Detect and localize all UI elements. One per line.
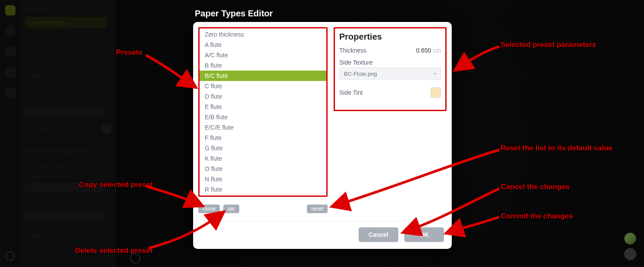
properties-column: Properties Thickness 0.650cm Side Textur…: [334, 27, 447, 213]
preset-item[interactable]: E flute: [200, 102, 326, 112]
chevron-down-icon: ▾: [434, 71, 436, 76]
preset-item[interactable]: C flute: [200, 81, 326, 91]
preset-item[interactable]: B flute: [200, 60, 326, 71]
loading-icon: [130, 253, 141, 264]
side-texture-value: BC-Flute.png: [344, 71, 377, 77]
properties-title: Properties: [339, 32, 441, 42]
preset-item[interactable]: Zero thickness: [200, 29, 326, 40]
ok-button[interactable]: OK: [404, 227, 444, 242]
preset-item[interactable]: E/C/E flute: [200, 122, 326, 133]
thickness-label: Thickness: [339, 47, 366, 54]
dialog-body: Zero thicknessA fluteA/C fluteB fluteB/C…: [193, 22, 452, 249]
side-texture-label: Side Texture: [339, 59, 373, 66]
presets-list[interactable]: Zero thicknessA fluteA/C fluteB fluteB/C…: [198, 27, 328, 197]
preset-item[interactable]: R flute: [200, 184, 326, 195]
preset-item[interactable]: B/C flute: [200, 71, 326, 81]
side-tint-label: Side Tint: [339, 89, 363, 96]
thickness-value[interactable]: 0.650cm: [416, 47, 441, 54]
floating-action-2: [624, 248, 636, 260]
preset-item[interactable]: A/C flute: [200, 50, 326, 60]
preset-item[interactable]: K flute: [200, 153, 326, 164]
preset-item[interactable]: N flute: [200, 174, 326, 184]
dialog-title: Paper Types Editor: [195, 9, 452, 19]
delete-button[interactable]: del: [223, 205, 239, 213]
preset-item[interactable]: D flute: [200, 91, 326, 102]
side-tint-swatch[interactable]: [431, 87, 441, 98]
floating-action-1: [624, 233, 636, 245]
cancel-button[interactable]: Cancel: [359, 227, 398, 242]
preset-item[interactable]: G flute: [200, 143, 326, 153]
preset-item[interactable]: F flute: [200, 133, 326, 143]
properties-box: Properties Thickness 0.650cm Side Textur…: [334, 27, 447, 111]
preset-item[interactable]: E/B flute: [200, 112, 326, 122]
preset-item[interactable]: A flute: [200, 40, 326, 50]
presets-column: Zero thicknessA fluteA/C fluteB fluteB/C…: [198, 27, 328, 213]
preset-item[interactable]: O flute: [200, 164, 326, 174]
reset-button[interactable]: reset: [307, 205, 328, 213]
clone-button[interactable]: clone: [198, 205, 220, 213]
paper-types-editor-dialog: Paper Types Editor Zero thicknessA flute…: [193, 9, 452, 249]
gear-icon: [5, 251, 15, 261]
side-texture-dropdown[interactable]: BC-Flute.png ▾: [339, 68, 441, 80]
